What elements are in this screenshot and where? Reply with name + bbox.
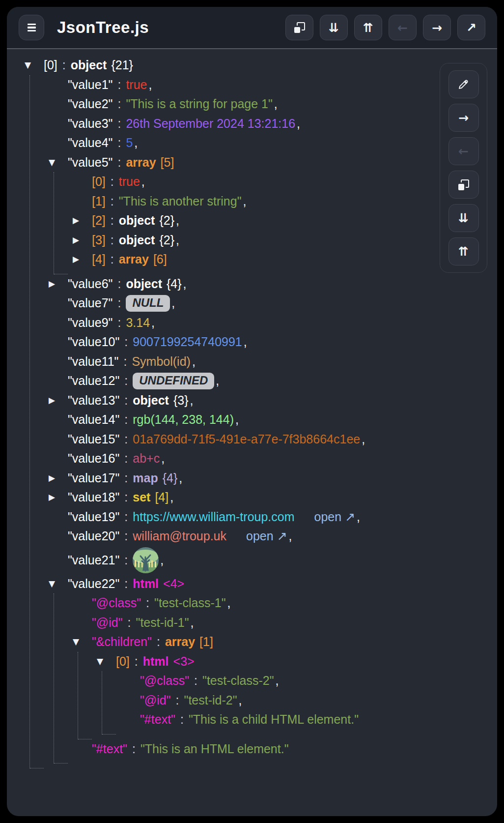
colon-separator: : — [180, 712, 184, 727]
tree-row: "value15":01a769dd-71f5-491e-a77e-7f3b86… — [49, 430, 497, 449]
tree-row: ▶"value18":set[4], — [49, 488, 497, 507]
copy-button[interactable] — [285, 15, 313, 40]
tree-value: 9007199254740991 — [133, 335, 242, 349]
tree-value: <4> — [163, 577, 184, 591]
collapse-toggle-icon[interactable]: ▼ — [49, 580, 55, 588]
tree-key: "value4" — [68, 136, 112, 150]
colon-separator: : — [124, 335, 128, 349]
tree-children: [0]:true,[1]:"This is another string",▶[… — [54, 172, 497, 274]
comma-separator: , — [192, 354, 196, 369]
tree-node: ▶"value13":object{3}, — [49, 391, 497, 411]
expand-toggle-icon[interactable]: ▶ — [49, 493, 55, 501]
collapse-toggle-icon[interactable]: ▼ — [73, 638, 79, 646]
double-up-arrows-icon: ⇈ — [363, 22, 373, 34]
tree-node: ▶"value18":set[4], — [49, 488, 497, 507]
tree-row: ▶"value6":object{4}, — [49, 274, 497, 294]
edit-button[interactable] — [448, 70, 479, 98]
toggle-slot: ▼ — [49, 158, 68, 167]
open-email-link[interactable]: open ↗ — [246, 529, 287, 543]
comma-separator: , — [190, 393, 194, 408]
tree-node: ▶[4]:array[6] — [73, 250, 497, 269]
tree-key: "#text" — [92, 742, 127, 756]
tree-node: ▼"value22":html<4>"@class":"test-class-1… — [49, 574, 497, 764]
colon-separator: : — [111, 252, 114, 266]
tree-row: "value3":26th September 2024 13:21:16, — [49, 114, 497, 134]
tree-key: "#text" — [140, 712, 175, 727]
expand-toggle-icon[interactable]: ▶ — [73, 255, 79, 264]
open-in-new-button[interactable]: ↗ — [457, 15, 485, 40]
colon-separator: : — [62, 58, 66, 72]
colon-separator: : — [135, 654, 138, 669]
forward-button[interactable]: → — [423, 15, 451, 40]
tree-key: "value16" — [68, 451, 119, 466]
tree-key: "@class" — [140, 674, 189, 688]
collapse-all-button[interactable]: ⇊ — [320, 15, 348, 40]
tree-value: object — [119, 233, 155, 247]
collapse-all-button[interactable]: ⇊ — [448, 204, 479, 232]
left-arrow-icon: ← — [397, 22, 408, 34]
tree-row: "value10":9007199254740991, — [49, 332, 497, 352]
expand-toggle-icon[interactable]: ▶ — [49, 474, 55, 482]
tree-key: "value11" — [68, 354, 118, 369]
toggle-slot: ▼ — [25, 61, 44, 69]
comma-separator: , — [148, 78, 152, 92]
colon-separator: : — [124, 490, 128, 504]
expand-toggle-icon[interactable]: ▶ — [49, 396, 55, 405]
tree-value: william@troup.uk — [133, 529, 226, 543]
collapse-toggle-icon[interactable]: ▼ — [49, 158, 55, 167]
comma-separator: , — [151, 316, 155, 330]
next-page-button[interactable]: → — [448, 104, 479, 132]
menu-button[interactable] — [19, 15, 44, 40]
tree-node: "value7":NULL, — [49, 294, 497, 313]
colon-separator: : — [146, 596, 149, 610]
colon-separator: : — [124, 374, 128, 388]
copy-icon — [458, 179, 469, 190]
colon-separator: : — [117, 296, 121, 310]
diagonal-arrow-icon: ↗ — [466, 22, 476, 34]
tree-node: [0]:true, — [73, 172, 497, 192]
tree-node: ▶"value17":map{4}, — [49, 469, 497, 488]
expand-toggle-icon[interactable]: ▶ — [73, 236, 79, 244]
header-toolbar: ⇊⇈←→↗ — [285, 15, 485, 40]
toggle-slot: ▶ — [49, 396, 68, 405]
tree-node: "@class":"test-class-1", — [73, 593, 497, 613]
tree-row: ▶"value13":object{3}, — [49, 391, 497, 411]
toggle-slot: ▼ — [97, 657, 116, 666]
copy-button[interactable] — [448, 171, 479, 199]
tree-value: array — [165, 635, 195, 649]
comma-separator: , — [244, 335, 247, 349]
tree-row: "@class":"test-class-2", — [121, 671, 497, 691]
tree-value: array — [126, 155, 156, 170]
tree-row: ▶"value17":map{4}, — [49, 469, 497, 488]
tree-key: "value1" — [68, 78, 112, 92]
tree-value: "test-class-2" — [202, 674, 274, 688]
toggle-slot: ▶ — [49, 280, 68, 288]
tree-key: "value20" — [68, 529, 119, 543]
tree-root: ▼[0]:object{21}"value1":true,"value2":"T… — [7, 49, 497, 783]
colon-separator: : — [132, 742, 136, 756]
back-button[interactable]: ← — [389, 15, 417, 40]
tree-value: 26th September 2024 13:21:16 — [126, 117, 295, 131]
expand-toggle-icon[interactable]: ▶ — [49, 280, 55, 288]
colon-separator: : — [124, 432, 128, 446]
tree-key: "value15" — [68, 432, 119, 446]
tree-children: "@class":"test-class-1","@id":"test-id-1… — [54, 593, 497, 764]
tree-value: [1] — [199, 635, 213, 649]
tree-value: "This is a string for page 1" — [126, 97, 272, 111]
open-url-link[interactable]: open ↗ — [314, 510, 356, 524]
collapse-toggle-icon[interactable]: ▼ — [25, 61, 31, 69]
tree-key: [4] — [92, 252, 106, 266]
expand-all-button[interactable]: ⇈ — [448, 237, 479, 265]
tree-row: ▶[4]:array[6] — [73, 250, 497, 269]
tree-value: "This is a child HTML element." — [189, 712, 359, 727]
comma-separator: , — [239, 693, 242, 707]
previous-page-button[interactable]: ← — [448, 137, 479, 165]
expand-toggle-icon[interactable]: ▶ — [73, 216, 79, 225]
expand-all-button[interactable]: ⇈ — [354, 15, 382, 40]
forest-image-thumbnail[interactable] — [133, 547, 159, 573]
collapse-toggle-icon[interactable]: ▼ — [97, 657, 103, 666]
tree-key: "value14" — [68, 412, 119, 427]
tree-key: "value21" — [68, 553, 119, 567]
tree-node: "value4":5, — [49, 133, 497, 153]
colon-separator: : — [117, 78, 121, 92]
